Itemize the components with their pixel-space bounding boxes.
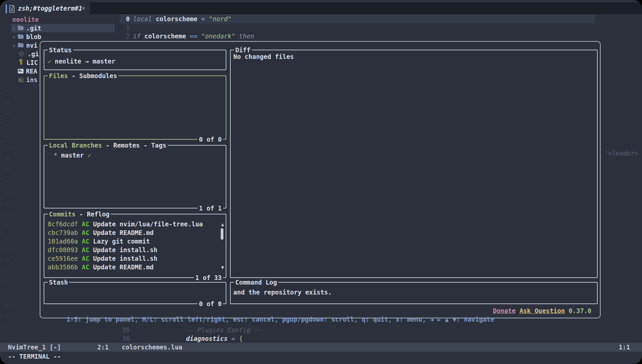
commit-row[interactable]: dfc08093 AC Update install.sh xyxy=(48,246,158,254)
scroll-up-icon[interactable]: ▲ xyxy=(221,222,224,227)
sidebar-item-label: REA xyxy=(26,67,37,75)
keybinding-hints: 1-5: jump to panel, H/L: scroll left/rig… xyxy=(67,316,494,323)
code-token: "onedark" xyxy=(201,32,239,40)
line-number: 36 xyxy=(116,334,130,343)
markdown-icon: M↓ xyxy=(18,69,23,73)
commit-author-initials: AC xyxy=(82,229,93,236)
commits-count: 1 of 33 xyxy=(194,273,223,282)
branch-name: master xyxy=(61,152,87,159)
panel-title-active: Commits xyxy=(49,210,75,218)
panel-title-rest: - Reflog xyxy=(75,210,110,218)
commit-message: Update nvim/lua/file-tree.lua xyxy=(93,220,203,228)
check-icon: ✓ xyxy=(48,58,51,65)
lazygit-command-log-panel[interactable]: Command Log and the repository exists. xyxy=(230,282,598,304)
commit-message: Update install.sh xyxy=(93,255,157,262)
lazygit-diff-panel[interactable]: Diff No changed files xyxy=(230,50,598,278)
code-token: "nord" xyxy=(209,15,232,23)
tilde-marker: ~ xyxy=(6,177,9,185)
sidebar-item-label: ins xyxy=(26,75,37,84)
tilde-marker: ~ xyxy=(6,143,9,152)
line-number: 1 xyxy=(119,23,130,32)
statusline-buffer-name: NvimTree_1 [-] xyxy=(8,343,61,352)
lazygit-float-window: Status ✓neolite → master Files - Submodu… xyxy=(40,41,601,318)
tilde-marker: ~ xyxy=(6,154,9,163)
tilde-marker: ~ xyxy=(6,255,9,264)
sidebar-item-install[interactable]: >_ ins xyxy=(18,75,37,84)
commit-message: Update README.md xyxy=(93,263,154,271)
code-line-0: local colorscheme = "nord" xyxy=(133,15,231,23)
sidebar-item-git-folder[interactable]: › .git xyxy=(12,24,41,32)
check-icon: ✓ xyxy=(88,152,91,159)
code-line-2: if colorscheme == "onedark" then xyxy=(133,32,254,40)
tilde-marker: ~ xyxy=(6,120,9,129)
sidebar-item-gitignore[interactable]: .gi xyxy=(19,50,39,58)
lazygit-status-panel[interactable]: Status ✓neolite → master xyxy=(44,50,226,70)
scroll-down-icon[interactable]: ▼ xyxy=(221,265,224,270)
ask-question-link[interactable]: Ask Question xyxy=(520,307,565,314)
lazygit-commits-panel[interactable]: Commits - Reflog 8cf6dcdf AC Update nvim… xyxy=(44,214,226,278)
mode-indicator: -- TERMINAL -- xyxy=(8,352,61,361)
terminal-icon: >_ xyxy=(18,77,24,82)
leader-key-hint: '<leader> xyxy=(604,150,638,157)
tilde-marker: ~ xyxy=(6,132,9,140)
tilde-marker: ~ xyxy=(6,312,9,320)
sidebar-item-nvim-folder[interactable]: › nvi xyxy=(12,41,37,50)
panel-title-active: Files xyxy=(49,72,68,79)
commit-hash: abb3506b xyxy=(48,263,82,271)
commit-hash: 101ad60a xyxy=(48,238,82,245)
version-label: 0.37.0 xyxy=(569,307,591,314)
scrollbar-thumb[interactable] xyxy=(221,228,223,240)
sidebar-item-label: .git xyxy=(26,24,41,32)
sidebar-item-label: LIC xyxy=(26,58,38,67)
commit-hash: 8cf6dcdf xyxy=(48,220,82,228)
statusline-right-position: 1:1 xyxy=(619,343,630,352)
folder-icon xyxy=(18,34,23,40)
panel-title-rest: - Submodules xyxy=(68,72,117,79)
code-line-35: -- Plugins Config -- xyxy=(186,326,262,334)
code-token: then xyxy=(239,32,254,40)
tab-terminal[interactable]: zsh;#toggleterm#1 xyxy=(18,5,82,12)
code-token: if xyxy=(133,32,144,40)
lazygit-branches-panel[interactable]: Local Branches - Remotes - Tags *master … xyxy=(44,145,226,208)
commit-row[interactable]: 101ad60a AC Lazy git commit xyxy=(48,237,150,246)
commit-row[interactable]: abb3506b AC Update README.md xyxy=(48,263,154,271)
commit-hash: ce5916ee xyxy=(48,255,82,262)
code-token: == xyxy=(190,32,201,40)
sidebar-item-license[interactable]: LIC xyxy=(19,58,38,67)
commit-message: Update install.sh xyxy=(93,246,157,253)
lazygit-files-panel[interactable]: Files - Submodules 0 of 0 xyxy=(44,75,226,140)
git-icon xyxy=(19,51,23,57)
commit-hash: dfc08093 xyxy=(48,246,82,253)
chevron-right-icon: › xyxy=(12,41,16,49)
lazygit-keybindings-bar: 1-5: jump to panel, H/L: scroll left/rig… xyxy=(44,306,596,315)
tilde-marker: ~ xyxy=(6,300,9,309)
sidebar-item-readme[interactable]: M↓ REA xyxy=(18,67,37,75)
commit-row[interactable]: 8cf6dcdf AC Update nvim/lua/file-tree.lu… xyxy=(48,220,203,228)
sidebar-item-label: .gi xyxy=(27,50,39,58)
tab-close-icon[interactable]: × xyxy=(81,4,85,12)
status-branch-text: neolite → master xyxy=(55,58,115,65)
panel-title: Status xyxy=(48,46,73,54)
commit-author-initials: AC xyxy=(82,220,93,228)
code-line-36: diagnostics = { xyxy=(186,334,243,343)
lazygit-stash-panel[interactable]: Stash 0 of 0 xyxy=(44,282,226,304)
filetree-root-label[interactable]: neolite xyxy=(12,15,39,24)
sidebar-item-blob-folder[interactable]: › blob xyxy=(12,32,41,41)
commit-author-initials: AC xyxy=(82,238,93,245)
tilde-marker: ~ xyxy=(6,199,9,208)
command-log-content: and the repository exists. xyxy=(233,288,332,296)
commit-row[interactable]: ce5916ee AC Update install.sh xyxy=(48,254,158,263)
tab-active-indicator xyxy=(6,4,7,14)
branch-star: * xyxy=(54,152,57,159)
chevron-right-icon: › xyxy=(12,33,16,41)
commit-row[interactable]: cbc739ab AC Update README.md xyxy=(48,228,154,237)
line-number: 0 xyxy=(119,15,130,23)
code-token: local xyxy=(133,15,156,23)
panel-title-rest: - Remotes - Tags xyxy=(102,142,166,149)
folder-icon xyxy=(18,42,23,49)
panel-title: Command Log xyxy=(234,278,278,287)
donate-link[interactable]: Donate xyxy=(493,307,516,314)
tilde-marker: ~ xyxy=(6,222,9,230)
commit-message: Update README.md xyxy=(93,229,154,236)
statusline: NvimTree_1 [-] 2:1 colorschemes.lua 1:1 xyxy=(0,343,642,352)
